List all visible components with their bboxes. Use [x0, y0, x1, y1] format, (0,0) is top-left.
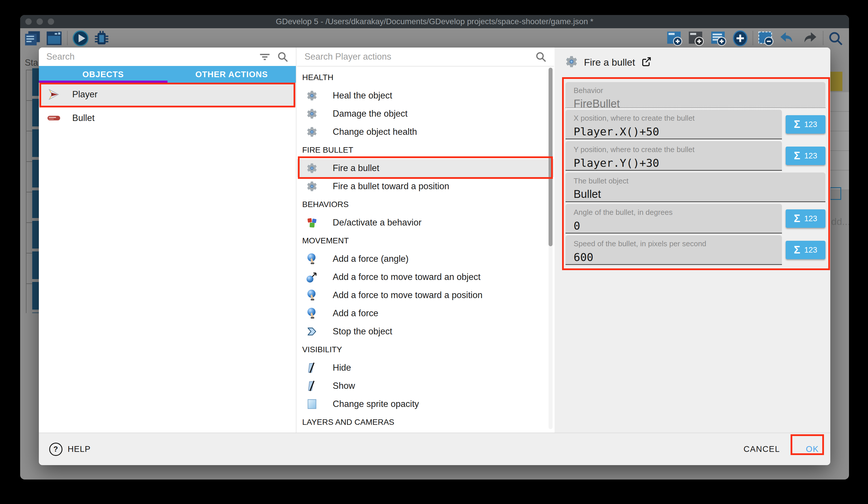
- gear-icon: [306, 90, 318, 101]
- gear-icon: [306, 108, 318, 120]
- scene-editor-icon[interactable]: [46, 30, 63, 47]
- actions-scrollbar-thumb[interactable]: [549, 68, 552, 246]
- add-subevent-icon[interactable]: [688, 30, 705, 47]
- expression-editor-button[interactable]: Σ123: [786, 241, 825, 259]
- search-icon[interactable]: [276, 50, 289, 63]
- action-label: Add a force: [333, 308, 379, 319]
- action-item-de-activate-a-behavior[interactable]: De/activate a behavior: [297, 213, 554, 232]
- action-item-fire-a-bullet-toward-a-position[interactable]: Fire a bullet toward a position: [297, 177, 554, 195]
- debug-icon[interactable]: [94, 30, 110, 47]
- action-item-damage-the-object[interactable]: Damage the object: [297, 104, 554, 123]
- object-label: Bullet: [72, 113, 95, 123]
- field-label: Y position, where to create the bullet: [574, 145, 782, 154]
- action-item-add-a-force-to-move-toward-a-position[interactable]: Add a force to move toward a position: [297, 286, 554, 304]
- objects-search-input[interactable]: [46, 51, 253, 62]
- selected-event-highlight: [830, 72, 843, 91]
- gear-icon: [306, 162, 318, 174]
- field-input-x-position-where-to-create-the-bullet[interactable]: X position, where to create the bulletPl…: [566, 110, 782, 139]
- section-header-movement: MOVEMENT: [297, 232, 554, 250]
- action-item-change-sprite-opacity[interactable]: Change sprite opacity: [297, 395, 554, 413]
- add-event-icon[interactable]: [666, 30, 683, 47]
- section-header-fire-bullet: FIRE BULLET: [297, 141, 554, 159]
- action-label: De/activate a behavior: [333, 218, 421, 228]
- hide-icon: [306, 380, 318, 392]
- objects-panel: OBJECTSOTHER ACTIONS PlayerBullet: [39, 48, 297, 433]
- action-item-fire-a-bullet[interactable]: Fire a bullet: [297, 159, 554, 177]
- ok-button[interactable]: OK: [806, 444, 819, 454]
- field-value: Player.Y()+30: [574, 157, 782, 169]
- filter-icon[interactable]: [258, 50, 271, 63]
- field-value: FireBullet: [574, 98, 825, 110]
- dialog-footer: HELP CANCEL OK: [39, 433, 830, 465]
- event-rows-background: [32, 68, 39, 313]
- opacity-icon: [306, 398, 318, 410]
- action-item-stop-the-object[interactable]: Stop the object: [297, 322, 554, 340]
- action-item-hide[interactable]: Hide: [297, 359, 554, 377]
- preview-icon[interactable]: [73, 30, 89, 47]
- gear-icon: [565, 55, 578, 69]
- action-item-show[interactable]: Show: [297, 377, 554, 395]
- field-row-behavior: BehaviorFireBullet: [566, 82, 825, 108]
- field-row-x-position-where-to-create-the-bullet: X position, where to create the bulletPl…: [566, 110, 825, 139]
- add-new-icon[interactable]: [732, 30, 749, 47]
- action-item-heal-the-object[interactable]: Heal the object: [297, 87, 554, 104]
- help-button[interactable]: HELP: [49, 433, 91, 465]
- actions-scrollbar-track[interactable]: [549, 68, 552, 429]
- field-row-angle-of-the-bullet-in-degrees: Angle of the bullet, in degrees0Σ123: [566, 204, 825, 234]
- field-label: X position, where to create the bullet: [574, 114, 782, 123]
- gear-icon: [306, 126, 318, 138]
- undo-icon[interactable]: [779, 30, 795, 47]
- help-label: HELP: [68, 444, 91, 454]
- cancel-button[interactable]: CANCEL: [743, 444, 780, 454]
- toolbar-separator: [823, 31, 823, 45]
- redo-icon[interactable]: [801, 30, 818, 47]
- field-label: The bullet object: [574, 177, 825, 185]
- player-ship-icon: [47, 88, 61, 101]
- objects-search-row: [39, 48, 296, 66]
- objects-tab-bar: OBJECTSOTHER ACTIONS: [39, 66, 296, 83]
- add-comment-icon[interactable]: [711, 30, 727, 47]
- object-row-bullet[interactable]: Bullet: [39, 106, 296, 130]
- field-label: Speed of the bullet, in pixels per secon…: [574, 239, 782, 248]
- field-input-speed-of-the-bullet-in-pixels-per-second[interactable]: Speed of the bullet, in pixels per secon…: [566, 235, 782, 265]
- scene-tab-label-partial: Sta: [25, 58, 38, 68]
- expression-editor-button[interactable]: Σ123: [786, 209, 825, 228]
- field-value: Bullet: [574, 188, 825, 200]
- field-input-y-position-where-to-create-the-bullet[interactable]: Y position, where to create the bulletPl…: [566, 141, 782, 171]
- project-manager-icon[interactable]: [24, 30, 41, 47]
- object-label: Player: [72, 89, 97, 100]
- field-value: 600: [574, 251, 782, 263]
- expression-editor-button[interactable]: Σ123: [786, 115, 825, 134]
- search-events-icon[interactable]: [827, 30, 844, 47]
- action-item-add-a-force[interactable]: Add a force: [297, 304, 554, 322]
- field-input-angle-of-the-bullet-in-degrees[interactable]: Angle of the bullet, in degrees0: [566, 204, 782, 234]
- actions-search-row: [297, 48, 554, 67]
- search-icon[interactable]: [535, 50, 547, 63]
- object-list: PlayerBullet: [39, 83, 296, 130]
- inspector-title: Fire a bullet: [584, 57, 635, 68]
- tab-other-actions[interactable]: OTHER ACTIONS: [167, 66, 296, 83]
- toolbar-separator: [753, 31, 753, 45]
- action-label: Add a force (angle): [333, 254, 409, 264]
- tab-objects[interactable]: OBJECTS: [39, 66, 167, 83]
- action-label: Heal the object: [333, 90, 392, 101]
- action-label: Add a force to move toward a position: [333, 290, 482, 300]
- parameter-fields: BehaviorFireBulletX position, where to c…: [566, 82, 825, 267]
- object-row-player[interactable]: Player: [39, 83, 296, 106]
- expression-editor-button[interactable]: Σ123: [786, 147, 825, 165]
- section-header-visibility: VISIBILITY: [297, 340, 554, 359]
- remove-event-icon[interactable]: [758, 30, 774, 47]
- action-item-add-a-force-angle[interactable]: Add a force (angle): [297, 250, 554, 268]
- field-value: Player.X()+50: [574, 125, 782, 138]
- action-item-change-object-health[interactable]: Change object health: [297, 123, 554, 141]
- help-icon: [49, 443, 62, 456]
- open-in-new-icon[interactable]: [641, 56, 652, 68]
- field-input-the-bullet-object[interactable]: The bullet objectBullet: [566, 172, 825, 202]
- action-item-add-a-force-to-move-toward-an-object[interactable]: Add a force to move toward an object: [297, 268, 554, 286]
- sigma-icon: Σ: [794, 118, 800, 130]
- action-list: HEALTHHeal the objectDamage the objectCh…: [297, 67, 554, 433]
- actions-search-input[interactable]: [304, 51, 529, 62]
- behavior-icon: [306, 216, 318, 229]
- force-arrow-icon: [306, 271, 318, 283]
- action-editor-dialog: OBJECTSOTHER ACTIONS PlayerBullet HEALTH…: [39, 48, 830, 465]
